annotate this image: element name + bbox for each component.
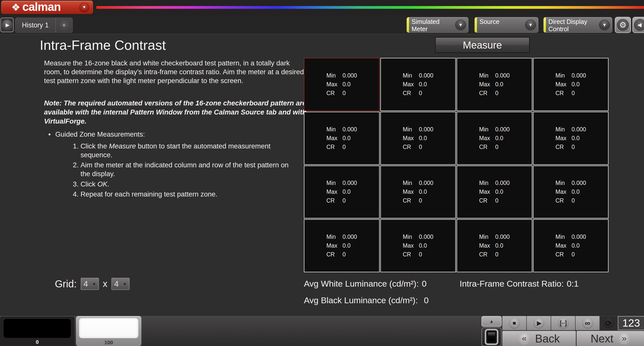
refresh-button-disabled: ⟳ [600, 316, 617, 330]
black-pattern-button[interactable]: 0 [0, 317, 74, 346]
grid-rows-value: 4 [114, 279, 119, 289]
zone-readings: Min0.000Max0.0CR0 [555, 72, 586, 97]
logo-menu-button[interactable]: ▼ [79, 2, 89, 12]
zone-min-value: 0.000 [572, 72, 586, 79]
zone-cell[interactable]: Min0.000Max0.0CR0 [533, 112, 609, 165]
settings-button[interactable]: ⚙ [615, 17, 631, 33]
step-item: Click the Measure button to start the au… [80, 142, 289, 159]
tab-history-1[interactable]: History 1 + [15, 18, 73, 33]
bullet-icon: • [48, 130, 51, 138]
calman-logo-text: calman [22, 0, 61, 15]
zone-cell[interactable]: Min0.000Max0.0CR0 [304, 58, 380, 111]
zone-cell[interactable]: Min0.000Max0.0CR0 [457, 58, 532, 111]
gear-icon: ⚙ [617, 19, 629, 31]
zone-max-label: Max [403, 242, 419, 249]
zone-cr-value: 0 [419, 144, 433, 150]
grid-size-controls: Grid: 4 ▼ x 4 ▼ [55, 278, 130, 290]
zone-cell[interactable]: Min0.000Max0.0CR0 [533, 58, 609, 111]
zone-max-label: Max [403, 188, 419, 195]
tabs-expand-button[interactable]: ▶ [1, 18, 14, 32]
display-control-dropdown[interactable]: Direct Display Control ▼ [543, 17, 612, 33]
contrast-ratio-label: Intra-Frame Contrast Ratio: [460, 279, 564, 288]
note-paragraph: Note: The required automated versions of… [44, 99, 308, 126]
zone-cell[interactable]: Min0.000Max0.0CR0 [380, 166, 456, 219]
zone-min-value: 0.000 [419, 180, 433, 186]
zone-cr-label: CR [326, 90, 342, 97]
calman-logo-icon: ❖ [11, 2, 20, 12]
avg-black-luminance-readout: Avg Black Luminance (cd/m²):0 [304, 295, 429, 305]
black-pattern-swatch [4, 319, 71, 338]
rainbow-spectrum-strip [96, 6, 644, 9]
zone-min-label: Min [555, 234, 572, 240]
zone-cr-value: 0 [572, 251, 586, 258]
zone-cell[interactable]: Min0.000Max0.0CR0 [380, 219, 456, 272]
avg-white-value: 0 [422, 279, 427, 288]
zone-cell[interactable]: Min0.000Max0.0CR0 [304, 112, 380, 165]
dropdown-status-stripe [407, 17, 409, 32]
play-button[interactable]: ▶ [527, 316, 551, 330]
single-measure-button[interactable]: [··] [551, 316, 575, 330]
grid-rows-select[interactable]: 4 ▼ [111, 278, 130, 290]
collapse-panel-button[interactable]: ◀ [632, 17, 644, 33]
zone-readings: Min0.000Max0.0CR0 [326, 126, 357, 150]
avg-black-label: Avg Black Luminance (cd/m²): [304, 295, 418, 305]
next-button[interactable]: Next » [577, 331, 644, 346]
zone-cr-label: CR [479, 197, 495, 204]
zone-cr-value: 0 [342, 90, 357, 97]
zone-cr-value: 0 [495, 197, 510, 204]
intro-paragraph: Measure the 16-zone black and white chec… [44, 59, 308, 85]
zone-cell[interactable]: Min0.000Max0.0CR0 [380, 58, 456, 111]
zone-max-value: 0.0 [419, 81, 433, 88]
zone-min-value: 0.000 [572, 234, 586, 240]
zone-min-value: 0.000 [495, 126, 510, 133]
zone-cell[interactable]: Min0.000Max0.0CR0 [380, 112, 456, 165]
bottom-bar: 0 100 ▲ ■ ▶ [0, 315, 644, 346]
zone-cell[interactable]: Min0.000Max0.0CR0 [304, 166, 380, 219]
back-button[interactable]: « Back [502, 331, 576, 346]
zone-cell[interactable]: Min0.000Max0.0CR0 [533, 166, 609, 219]
add-tab-button[interactable]: + [56, 18, 72, 32]
zone-max-label: Max [555, 188, 572, 195]
avg-white-label: Avg White Luminance (cd/m²): [304, 279, 419, 288]
zone-cell[interactable]: Min0.000Max0.0CR0 [457, 219, 532, 272]
zone-min-value: 0.000 [572, 126, 586, 133]
transport-row: ■ ▶ [··] ∞ ⟳ 123 [502, 316, 644, 330]
zone-max-value: 0.0 [572, 81, 586, 88]
pattern-window-button[interactable] [481, 327, 502, 346]
continuous-measure-button[interactable]: ∞ [576, 316, 599, 330]
zone-cell[interactable]: Min0.000Max0.0CR0 [457, 166, 532, 219]
zone-readings: Min0.000Max0.0CR0 [326, 234, 357, 258]
zone-cr-value: 0 [495, 144, 510, 150]
white-pattern-button[interactable]: 100 [76, 316, 141, 346]
expand-up-button[interactable]: ▲ [481, 316, 502, 327]
meter-dropdown-text: Simulated Meter Simulated [409, 17, 455, 32]
measure-button[interactable]: Measure [435, 37, 530, 53]
meter-dropdown[interactable]: Simulated Meter Simulated ▼ [407, 17, 468, 33]
refresh-icon: ⟳ [603, 318, 614, 329]
grid-cols-select[interactable]: 4 ▼ [81, 278, 99, 290]
zone-max-label: Max [403, 81, 419, 88]
zone-cr-label: CR [555, 251, 572, 258]
zone-cr-value: 0 [342, 197, 357, 204]
measurement-counter-badge: 123 [618, 316, 644, 330]
zone-cell[interactable]: Min0.000Max0.0CR0 [457, 112, 532, 165]
contrast-ratio-readout: Intra-Frame Contrast Ratio:0:1 [460, 279, 579, 289]
bracket-dots-icon: [··] [558, 318, 569, 329]
stop-button[interactable]: ■ [502, 316, 526, 330]
top-bar: ❖ calman ▼ [0, 0, 644, 16]
zone-cell[interactable]: Min0.000Max0.0CR0 [304, 219, 380, 272]
meter-dropdown-label: Simulated Meter [412, 18, 455, 33]
zone-max-label: Max [479, 242, 495, 249]
zone-cr-label: CR [326, 197, 342, 204]
zone-readings: Min0.000Max0.0CR0 [403, 126, 433, 150]
zone-max-value: 0.0 [342, 188, 357, 195]
zone-max-value: 0.0 [495, 135, 510, 142]
zone-cr-label: CR [403, 197, 419, 204]
source-dropdown[interactable]: Source ▼ [474, 17, 538, 33]
zone-cr-label: CR [403, 144, 419, 150]
calman-logo-menu[interactable]: ❖ calman ▼ [1, 1, 93, 14]
zone-readings: Min0.000Max0.0CR0 [326, 72, 357, 97]
zone-cell[interactable]: Min0.000Max0.0CR0 [533, 219, 609, 272]
source-dropdown-label: Source [479, 18, 525, 25]
step-item: Aim the meter at the indicated column an… [80, 161, 289, 178]
